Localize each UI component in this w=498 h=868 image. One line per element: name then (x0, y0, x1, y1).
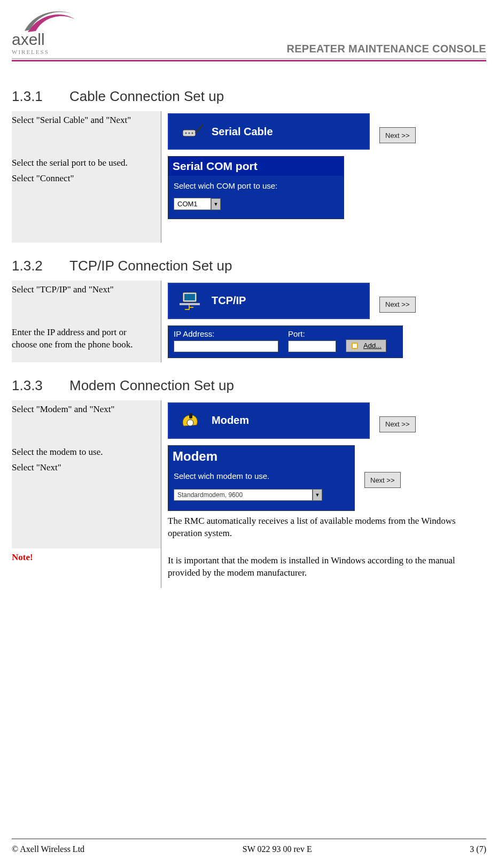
phonebook-icon (351, 342, 360, 350)
footer-copyright: © Axell Wireless Ltd (12, 844, 84, 854)
s2-step2: Enter the IP address and port or choose … (12, 323, 486, 362)
note-label: Note! (12, 552, 153, 564)
footer-pagenum: 3 (7) (470, 844, 486, 854)
s3-step2: Select the modem to use. Select "Next" M… (12, 443, 486, 548)
serial-com-port-panel: Serial COM port Select wich COM port to … (168, 156, 344, 219)
banner-label: Serial Cable (212, 126, 273, 138)
dropdown-value: COM1 (174, 198, 211, 210)
s3-note-row: Note! It is important that the modem is … (12, 548, 486, 588)
modem-icon (180, 411, 203, 430)
chevron-down-icon[interactable]: ▼ (211, 198, 221, 210)
instruction-text: Select "Connect" (12, 173, 153, 185)
panel-title: Serial COM port (168, 157, 344, 176)
s3-step1-visual: Modem Next >> (161, 400, 486, 443)
svg-rect-6 (180, 303, 200, 305)
tcpip-banner[interactable]: TCP/IP (168, 283, 370, 319)
s3-step2-visual: Modem Select wich modem to use. Standard… (161, 443, 486, 548)
after-panel-text: The RMC automatically receives a list of… (168, 515, 486, 540)
next-button[interactable]: Next >> (379, 297, 416, 313)
s1-step1-text: Select "Serial Cable" and "Next" (12, 111, 161, 154)
page-footer: © Axell Wireless Ltd SW 022 93 00 rev E … (12, 839, 486, 854)
ip-address-input[interactable] (174, 340, 278, 352)
com-port-dropdown[interactable]: COM1 ▼ (174, 198, 221, 210)
banner-label: Modem (212, 414, 249, 427)
instruction-text: Select "TCP/IP" and "Next" (12, 284, 153, 296)
s1-step2-visual: Serial COM port Select wich COM port to … (161, 154, 486, 243)
add-label: Add... (363, 342, 382, 350)
next-button[interactable]: Next >> (379, 127, 416, 143)
section-title: TCP/IP Connection Set up (69, 258, 232, 274)
instruction-text: Select the modem to use. (12, 446, 153, 459)
instruction-text: Select "Modem" and "Next" (12, 404, 153, 416)
s1-step2-text: Select the serial port to be used. Selec… (12, 154, 161, 243)
header-title: REPEATER MAINTENANCE CONSOLE (286, 43, 486, 55)
section-1-3-3-heading: 1.3.3Modem Connection Set up (12, 377, 486, 394)
next-button[interactable]: Next >> (364, 472, 401, 488)
header-row: axell WIRELESS REPEATER MAINTENANCE CONS… (12, 10, 486, 55)
dropdown-value: Standardmodem, 9600 (174, 489, 313, 501)
s1-step1: Select "Serial Cable" and "Next" Serial … (12, 111, 486, 154)
s2-step2-visual: IP Address: Port: Add... (161, 323, 486, 362)
section-title: Modem Connection Set up (69, 377, 234, 393)
content: 1.3.1Cable Connection Set up Select "Ser… (0, 61, 498, 588)
serial-cable-banner[interactable]: Serial Cable (168, 113, 370, 150)
brand-sub: WIRELESS (12, 49, 49, 55)
add-button[interactable]: Add... (346, 339, 386, 352)
instruction-text: Select "Next" (12, 462, 153, 474)
ip-address-label: IP Address: (174, 329, 278, 338)
s3-step1: Select "Modem" and "Next" Modem Next >> (12, 400, 486, 443)
s3-step2-text: Select the modem to use. Select "Next" (12, 443, 161, 548)
s1-step2: Select the serial port to be used. Selec… (12, 154, 486, 243)
modem-select-panel: Modem Select wich modem to use. Standard… (168, 445, 355, 511)
tcpip-icon (180, 290, 203, 312)
s2-step1-visual: TCP/IP Next >> (161, 281, 486, 323)
banner-label: TCP/IP (212, 294, 246, 307)
page-header: axell WIRELESS REPEATER MAINTENANCE CONS… (0, 0, 498, 61)
serial-cable-icon (180, 122, 203, 141)
s3-note-text-col: It is important that the modem is instal… (161, 548, 486, 588)
note-text: It is important that the modem is instal… (168, 555, 486, 579)
instruction-text: Enter the IP address and port or choose … (12, 327, 153, 351)
s2-step1-text: Select "TCP/IP" and "Next" (12, 281, 161, 323)
svg-point-3 (192, 133, 193, 134)
panel-title: Modem (168, 446, 354, 467)
s3-note-label-col: Note! (12, 548, 161, 588)
section-1-3-1-heading: 1.3.1Cable Connection Set up (12, 88, 486, 105)
section-number: 1.3.3 (12, 377, 55, 394)
logo: axell WIRELESS (12, 10, 76, 55)
modem-dropdown[interactable]: Standardmodem, 9600 ▼ (174, 489, 322, 501)
svg-point-2 (189, 133, 190, 134)
panel-instruction: Select wich COM port to use: (174, 181, 338, 190)
next-button[interactable]: Next >> (379, 416, 416, 432)
svg-point-1 (185, 133, 187, 134)
footer-docid: SW 022 93 00 rev E (243, 844, 312, 854)
ip-address-group: IP Address: (174, 329, 278, 352)
instruction-text: Select "Serial Cable" and "Next" (12, 114, 153, 127)
section-1-3-2-heading: 1.3.2TCP/IP Connection Set up (12, 258, 486, 274)
s1-step1-visual: Serial Cable Next >> (161, 111, 486, 154)
s2-step2-text: Enter the IP address and port or choose … (12, 323, 161, 362)
s3-step1-text: Select "Modem" and "Next" (12, 400, 161, 443)
brand-main: axell (12, 30, 45, 49)
tcpip-address-panel: IP Address: Port: Add... (168, 326, 403, 358)
svg-rect-8 (353, 344, 357, 348)
port-label: Port: (288, 329, 336, 338)
section-number: 1.3.1 (12, 88, 55, 105)
panel-instruction: Select wich modem to use. (174, 471, 349, 480)
port-group: Port: (288, 329, 336, 352)
svg-rect-9 (189, 413, 192, 418)
instruction-text: Select the serial port to be used. (12, 157, 153, 169)
svg-rect-5 (184, 294, 195, 300)
port-input[interactable] (288, 340, 336, 352)
section-number: 1.3.2 (12, 258, 55, 274)
chevron-down-icon[interactable]: ▼ (313, 489, 322, 501)
section-title: Cable Connection Set up (69, 88, 224, 104)
s2-step1: Select "TCP/IP" and "Next" TCP/IP Next >… (12, 281, 486, 323)
svg-point-10 (187, 420, 193, 426)
modem-banner[interactable]: Modem (168, 402, 370, 439)
